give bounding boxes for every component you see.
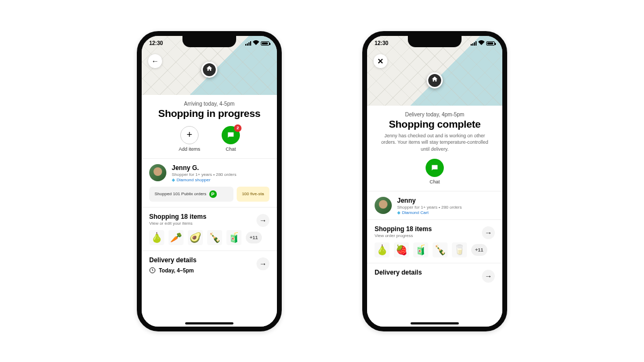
items-title: Shopping 18 items bbox=[149, 213, 269, 220]
item-thumb[interactable]: 🍾 bbox=[207, 230, 222, 245]
action-buttons-row: Chat bbox=[367, 159, 502, 191]
home-icon bbox=[431, 76, 438, 85]
battery-icon bbox=[486, 41, 495, 46]
shopper-badges-row: Shopped 101 Publix orders P 100 five-sta bbox=[142, 187, 277, 207]
home-indicator[interactable] bbox=[185, 322, 233, 324]
phone-notch bbox=[408, 35, 462, 47]
chip-five-star[interactable]: 100 five-sta bbox=[237, 187, 269, 202]
phone-left: 12:30 ← Arriving today, 4-5 bbox=[137, 31, 282, 331]
delivery-details-section[interactable]: Delivery details → Today, 4–5pm bbox=[142, 251, 277, 280]
close-button[interactable]: ✕ bbox=[374, 54, 387, 68]
chip-label: Shopped 101 Publix orders bbox=[155, 191, 207, 196]
delivery-time-text: Today, 4–5pm bbox=[159, 268, 194, 274]
chat-button[interactable]: 2 Chat bbox=[222, 126, 240, 152]
status-indicators bbox=[245, 40, 269, 46]
signal-icon bbox=[471, 41, 477, 46]
shopper-meta: Shopper for 1+ years • 280 orders bbox=[397, 205, 462, 210]
shopper-info[interactable]: Jenny G. Shopper for 1+ years • 280 orde… bbox=[142, 159, 277, 187]
arrival-text: Arriving today, 4-5pm bbox=[142, 101, 277, 107]
item-thumb[interactable]: 🥛 bbox=[452, 242, 467, 257]
shopper-name: Jenny bbox=[397, 197, 462, 204]
action-buttons-row: + Add items 2 Chat bbox=[142, 126, 277, 158]
signal-icon bbox=[245, 41, 251, 46]
more-items-badge[interactable]: +11 bbox=[471, 244, 487, 256]
arrow-right-icon[interactable]: → bbox=[482, 270, 495, 283]
chat-label: Chat bbox=[429, 179, 440, 184]
shopper-text: Jenny G. Shopper for 1+ years • 280 orde… bbox=[172, 164, 236, 182]
status-indicators bbox=[471, 40, 495, 46]
battery-icon bbox=[261, 41, 269, 46]
chat-icon bbox=[426, 159, 444, 177]
chat-icon: 2 bbox=[222, 126, 240, 144]
items-thumbnails: 🍐 🍓 🧃 🍾 🥛 +11 bbox=[375, 242, 495, 257]
add-items-label: Add items bbox=[179, 146, 200, 152]
content-scroll[interactable]: Arriving today, 4-5pm Shopping in progre… bbox=[142, 95, 277, 327]
status-card: Arriving today, 4-5pm Shopping in progre… bbox=[142, 95, 277, 280]
shopping-items-section[interactable]: Shopping 18 items View order progress → … bbox=[367, 220, 502, 263]
chat-label: Chat bbox=[226, 146, 236, 152]
items-subtitle: View or edit your items bbox=[149, 221, 269, 226]
shopper-text: Jenny Shopper for 1+ years • 280 orders … bbox=[397, 197, 462, 215]
item-thumb[interactable]: 🍓 bbox=[394, 242, 409, 257]
shopper-avatar bbox=[149, 164, 166, 181]
items-title: Shopping 18 items bbox=[375, 225, 495, 233]
phone-notch bbox=[182, 35, 236, 47]
shopping-items-section[interactable]: Shopping 18 items View or edit your item… bbox=[142, 208, 277, 250]
arrow-right-icon[interactable]: → bbox=[257, 214, 269, 227]
plus-icon: + bbox=[180, 126, 199, 144]
delivery-location-marker[interactable] bbox=[201, 62, 217, 78]
shopper-tier: Diamond shopper bbox=[172, 178, 236, 182]
back-arrow-icon: ← bbox=[151, 57, 159, 65]
item-thumb[interactable]: 🥑 bbox=[188, 230, 203, 245]
home-indicator[interactable] bbox=[411, 322, 459, 324]
status-time: 12:30 bbox=[375, 40, 389, 46]
item-thumb[interactable]: 🍐 bbox=[375, 242, 390, 257]
wifi-icon bbox=[253, 40, 259, 46]
progress-steps bbox=[142, 95, 277, 95]
shopper-avatar bbox=[375, 197, 392, 214]
chat-button[interactable]: Chat bbox=[426, 159, 444, 184]
add-items-button[interactable]: + Add items bbox=[179, 126, 200, 152]
items-subtitle: View order progress bbox=[375, 233, 495, 238]
item-thumb[interactable]: 🥕 bbox=[169, 230, 184, 245]
status-headline: Shopping in progress bbox=[142, 108, 277, 120]
progress-steps bbox=[367, 106, 502, 106]
status-time: 12:30 bbox=[149, 40, 163, 46]
item-thumb[interactable]: 🍐 bbox=[149, 230, 164, 245]
arrival-text: Delivery today, 4pm-5pm bbox=[367, 112, 502, 117]
status-subtext: Jenny has checked out and is working on … bbox=[367, 130, 502, 153]
item-thumb[interactable]: 🧃 bbox=[226, 230, 241, 245]
chat-badge: 2 bbox=[234, 124, 241, 132]
delivery-title: Delivery details bbox=[375, 269, 495, 276]
delivery-title: Delivery details bbox=[149, 256, 269, 264]
status-card: Delivery today, 4pm-5pm Shopping complet… bbox=[367, 106, 502, 282]
shopper-info[interactable]: Jenny Shopper for 1+ years • 280 orders … bbox=[367, 191, 502, 219]
chip-label: 100 five-sta bbox=[242, 191, 264, 196]
items-thumbnails: 🍐 🥕 🥑 🍾 🧃 +11 bbox=[149, 230, 269, 245]
more-items-badge[interactable]: +11 bbox=[246, 232, 262, 243]
item-thumb[interactable]: 🧃 bbox=[413, 242, 428, 257]
delivery-details-section[interactable]: Delivery details → bbox=[367, 263, 502, 282]
shopper-meta: Shopper for 1+ years • 280 orders bbox=[172, 172, 236, 177]
delivery-location-marker[interactable] bbox=[427, 72, 443, 88]
delivery-time-row: Today, 4–5pm bbox=[149, 267, 269, 275]
phone-right: 12:30 ✕ Delivery today, 4pm bbox=[362, 31, 507, 331]
status-headline: Shopping complete bbox=[367, 119, 502, 130]
chip-shopped-orders[interactable]: Shopped 101 Publix orders P bbox=[149, 187, 233, 202]
back-button[interactable]: ← bbox=[148, 54, 162, 68]
item-thumb[interactable]: 🍾 bbox=[433, 242, 448, 257]
content-scroll[interactable]: Delivery today, 4pm-5pm Shopping complet… bbox=[367, 106, 502, 327]
shopper-name: Jenny G. bbox=[172, 164, 236, 172]
close-icon: ✕ bbox=[377, 57, 384, 65]
home-icon bbox=[206, 65, 213, 75]
arrow-right-icon[interactable]: → bbox=[257, 257, 269, 270]
shopper-tier: Diamond Cart bbox=[397, 210, 462, 215]
clock-icon bbox=[149, 267, 156, 275]
publix-logo-icon: P bbox=[209, 190, 217, 198]
wifi-icon bbox=[478, 40, 485, 46]
